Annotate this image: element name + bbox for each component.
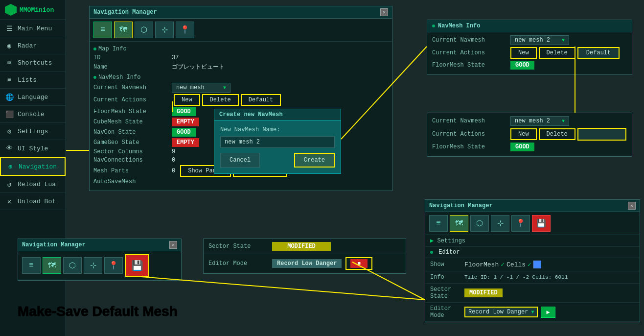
sector-state-panel: Sector State MODIFIED Editor Mode Record…	[203, 239, 406, 274]
logo-text: MMOMinion	[20, 6, 54, 14]
navmesh-info-2-select-value: new mesh 2	[515, 118, 550, 124]
btn-new[interactable]: New	[174, 94, 200, 106]
cancel-btn[interactable]: Cancel	[220, 153, 260, 168]
sidebar-item-shortcuts[interactable]: ⌨ Shortcuts	[0, 54, 66, 72]
color-swatch	[533, 261, 541, 268]
br-toolbar-list[interactable]: ≡	[429, 215, 448, 232]
map-info-label: Map Info	[98, 46, 127, 52]
navmesh-info-2-navmesh-row: Current Navmesh new mesh 2 ▼	[432, 116, 627, 126]
settings-label: Settings	[437, 238, 465, 244]
map-id-label: ID	[93, 54, 172, 61]
new-navmesh-name-label: New NavMesh Name:	[220, 126, 335, 133]
nav-manager-bottom-right-window: Navigation Manager ✕ ≡ 🗺 ⬡ ⊹ 📍 💾 ▶ Setti…	[425, 199, 640, 322]
sidebar-item-console[interactable]: ⬛ Console	[0, 106, 66, 123]
logo-icon	[5, 4, 17, 16]
popup-buttons: Cancel Create	[220, 153, 335, 168]
save-icon: 💾	[131, 260, 143, 272]
sidebar-item-language[interactable]: 🌐 Language	[0, 89, 66, 106]
sidebar-item-unload-bot[interactable]: ✕ Unload Bot	[0, 193, 66, 210]
nav-manager-main-title: Navigation Manager	[93, 9, 157, 16]
navmesh-info-1-select-value: new mesh 2	[515, 37, 550, 44]
sector-columns-label: Sector Columns	[93, 148, 172, 155]
toggle-off[interactable]: ■	[350, 259, 368, 268]
navmesh-info-1-new-btn[interactable]: New	[510, 47, 537, 59]
nav-manager-small-close[interactable]: ✕	[169, 241, 177, 249]
toolbar-btn-hex[interactable]: ⬡	[135, 22, 153, 38]
navmesh-info-1-body: Current Navmesh new mesh 2 ▼ Current Act…	[427, 32, 632, 74]
navmesh-info-section-header: NavMesh Info	[93, 74, 388, 81]
navmesh-info-2-new-btn[interactable]: New	[510, 128, 537, 140]
navmesh-info-1-delete-btn[interactable]: Delete	[539, 47, 575, 59]
toolbar-btn-map[interactable]: 🗺	[114, 22, 133, 38]
play-triangle-icon: ▶	[546, 309, 550, 316]
sidebar-item-navigation[interactable]: ⊕ Navigation	[0, 157, 66, 176]
nav-manager-br-close[interactable]: ✕	[628, 202, 636, 210]
sector-columns-value: 9	[172, 148, 175, 155]
navcon-state-badge: GOOD	[172, 128, 196, 137]
sidebar-item-main-menu[interactable]: ☰ Main Menu	[0, 20, 66, 37]
br-toolbar-hex[interactable]: ⬡	[470, 215, 489, 232]
current-navmesh-select[interactable]: new mesh ▼	[172, 83, 230, 93]
radar-icon: ◉	[5, 41, 14, 50]
game-geo-state-badge: EMPTY	[172, 138, 199, 147]
toolbar-btn-pin[interactable]: 📍	[176, 22, 194, 38]
br-editor-mode-row: Editor Mode Record Low Danger ▼ ▶	[425, 303, 640, 322]
navmesh-info-2-actions-row: Current Actions New Delete	[432, 128, 627, 141]
sidebar-item-ui-style[interactable]: 👁 UI Style	[0, 140, 66, 157]
navmesh-info-1-default-btn[interactable]: Default	[577, 47, 620, 59]
small-toolbar-list[interactable]: ≡	[22, 257, 41, 274]
small-toolbar-pin[interactable]: 📍	[104, 257, 123, 274]
navmesh-info-2-delete-btn[interactable]: Delete	[539, 128, 575, 140]
save-icon-btn[interactable]: 💾	[125, 254, 149, 277]
lists-icon: ≡	[5, 75, 14, 84]
floormesh-check: ✓	[501, 261, 505, 268]
nav-manager-small-window: Navigation Manager ✕ ≡ 🗺 ⬡ ⊹ 📍 💾	[18, 239, 182, 281]
navmesh-select-value: new mesh	[176, 84, 205, 91]
br-toolbar-save[interactable]: 💾	[532, 215, 551, 232]
btn-default[interactable]: Default	[241, 94, 281, 106]
sidebar-item-reload-lua[interactable]: ↺ Reload Lua	[0, 176, 66, 193]
navmesh-info-2-floor-label: FloorMesh State	[432, 144, 510, 150]
navmesh-info-1-actions-btns: New Delete Default	[510, 47, 620, 59]
br-show-row: Show FloorMesh ✓ Cells ✓	[425, 258, 640, 271]
br-info-value: Tile ID: 1 / -1 / -2 Cells: 6011	[464, 274, 568, 280]
sidebar-item-radar[interactable]: ◉ Radar	[0, 37, 66, 54]
bottom-title: Make-Save Default Mesh	[18, 304, 178, 319]
br-toolbar-nodes[interactable]: ⊹	[491, 215, 509, 232]
navmesh-info-1-select[interactable]: new mesh 2 ▼	[510, 35, 569, 45]
sidebar-item-settings[interactable]: ⚙ Settings	[0, 123, 66, 140]
br-sector-state-label: Sector State	[430, 286, 464, 300]
navmesh-info-panel-1: NavMesh Info Current Navmesh new mesh 2 …	[427, 20, 632, 75]
br-editor-mode-label: Editor Mode	[430, 305, 464, 319]
bottom-title-text: Make-Save Default Mesh	[18, 304, 178, 319]
small-toolbar-map[interactable]: 🗺	[43, 257, 61, 274]
btn-delete[interactable]: Delete	[202, 94, 239, 106]
sidebar-label-unload-bot: Unload Bot	[18, 198, 56, 205]
new-navmesh-name-input[interactable]	[220, 136, 335, 148]
br-toolbar-pin[interactable]: 📍	[511, 215, 530, 232]
toolbar-btn-list[interactable]: ≡	[93, 22, 112, 38]
small-toolbar-nodes[interactable]: ⊹	[84, 257, 102, 274]
current-actions-label: Current Actions	[93, 96, 172, 103]
navigation-icon: ⊕	[6, 162, 15, 171]
editor-mode-value: Record Low Danger	[272, 259, 342, 268]
br-toolbar-map[interactable]: 🗺	[450, 215, 468, 232]
nav-manager-main-close[interactable]: ✕	[380, 8, 388, 16]
navmesh-info-2-floor-row: FloorMesh State GOOD	[432, 143, 627, 151]
sidebar-label-navigation: Navigation	[19, 163, 57, 170]
sidebar-label-lists: Lists	[18, 76, 37, 84]
navmesh-info-1-floor-label: FloorMesh State	[432, 62, 510, 69]
small-toolbar-hex[interactable]: ⬡	[63, 257, 82, 274]
sidebar-item-lists[interactable]: ≡ Lists	[0, 72, 66, 89]
navmesh-info-2-select[interactable]: new mesh 2 ▼	[510, 116, 569, 126]
create-btn[interactable]: Create	[294, 153, 335, 168]
toggle-btn-container: ■	[345, 257, 372, 270]
sidebar-logo: MMOMinion	[0, 0, 66, 20]
sector-state-row: Sector State MODIFIED	[204, 239, 406, 254]
map-name-row: Name ゴブレットビュート	[93, 63, 388, 71]
toolbar-btn-nodes[interactable]: ⊹	[155, 22, 174, 38]
play-btn[interactable]: ▶	[541, 307, 555, 318]
create-navmesh-popup: Create new NavMesh New NavMesh Name: Can…	[214, 109, 341, 174]
sector-state-label: Sector State	[208, 243, 272, 250]
nav-manager-small-toolbar: ≡ 🗺 ⬡ ⊹ 📍 💾	[18, 251, 181, 280]
